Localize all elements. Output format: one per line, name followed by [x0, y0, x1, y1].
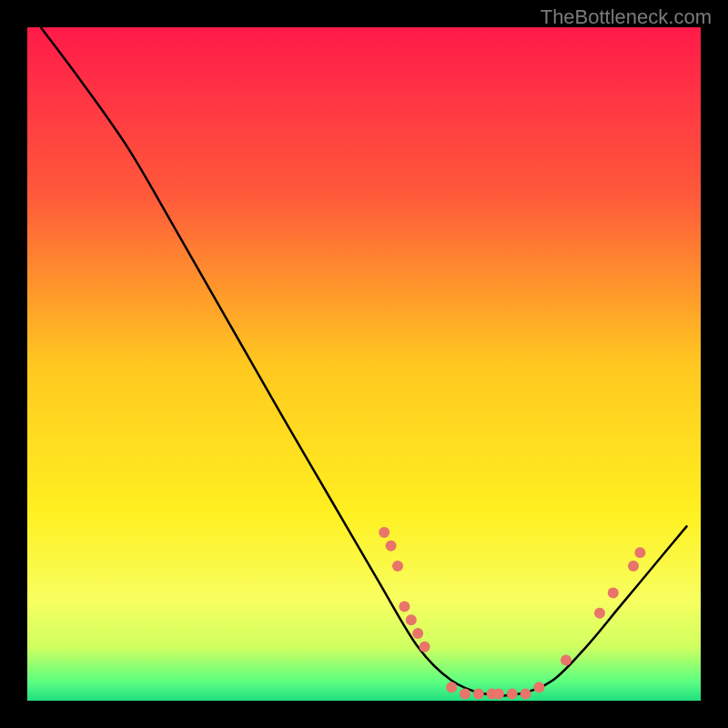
gradient-background [27, 27, 701, 701]
watermark-text: TheBottleneck.com [541, 5, 712, 29]
data-marker [521, 689, 531, 700]
data-marker [420, 642, 430, 652]
chart-container [27, 27, 701, 701]
data-marker [594, 608, 605, 619]
data-marker [460, 689, 470, 700]
data-marker [628, 561, 639, 571]
data-marker [386, 541, 397, 551]
data-marker [406, 614, 417, 625]
data-marker [392, 561, 403, 571]
data-marker [608, 588, 619, 599]
data-marker [412, 628, 423, 639]
bottleneck-chart [27, 27, 701, 701]
data-marker [493, 689, 504, 700]
data-marker [473, 689, 484, 700]
data-marker [507, 689, 518, 700]
data-marker [399, 601, 410, 612]
data-marker [446, 682, 457, 693]
data-marker [533, 682, 544, 693]
data-marker [634, 547, 645, 558]
data-marker [561, 655, 571, 666]
data-marker [379, 527, 389, 538]
